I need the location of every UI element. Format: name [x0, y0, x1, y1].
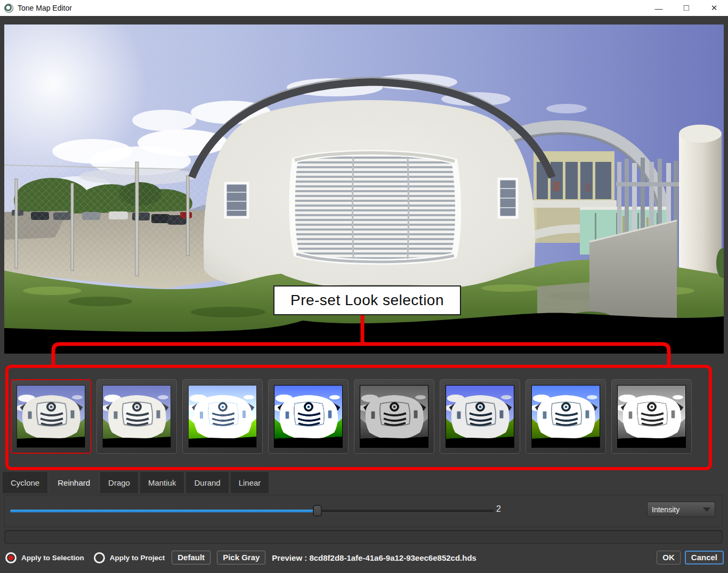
footer-bar: Apply to Selection Apply to Project Defa…: [0, 546, 728, 569]
tab-mantiuk[interactable]: Mantiuk: [140, 472, 184, 493]
ok-button[interactable]: OK: [657, 551, 681, 564]
preset-thumbnail-7[interactable]: [525, 379, 606, 454]
preset-look-image: [617, 385, 686, 448]
titlebar: Tone Map Editor — □ ✕: [0, 0, 728, 16]
preset-look-image: [274, 385, 343, 448]
preset-thumbnail-3[interactable]: [182, 379, 263, 454]
radio-dot: [9, 555, 13, 560]
tab-durand[interactable]: Durand: [186, 472, 228, 493]
preset-look-row: [11, 379, 692, 454]
apply-to-project-label: Apply to Project: [110, 554, 165, 562]
cancel-button[interactable]: Cancel: [685, 551, 724, 564]
tab-reinhard[interactable]: Reinhard: [50, 469, 98, 496]
apply-to-project-radio[interactable]: [94, 552, 105, 563]
tab-drago[interactable]: Drago: [100, 472, 138, 493]
minimize-icon[interactable]: —: [645, 0, 673, 16]
close-icon[interactable]: ✕: [700, 0, 728, 16]
preset-thumbnail-8[interactable]: [611, 379, 692, 454]
app-icon: [4, 4, 13, 13]
preview-filename: Preview : 8cd8f2d8-1afe-41a6-9a12-93eec6…: [272, 553, 476, 562]
annotation-label: Pre-set Look selection: [273, 285, 461, 315]
intensity-value: 2: [496, 504, 501, 514]
parameter-dropdown-value: Intensity: [652, 505, 703, 514]
preset-thumbnail-1[interactable]: [11, 379, 91, 454]
preset-look-image: [446, 385, 514, 448]
window-title: Tone Map Editor: [18, 4, 72, 12]
pick-gray-button[interactable]: Pick Gray: [217, 551, 265, 564]
radio-dot: [97, 555, 102, 560]
tonemap-operator-tabs: Cyclone Reinhard Drago Mantiuk Durand Li…: [3, 469, 269, 496]
intensity-slider-handle[interactable]: [313, 505, 322, 517]
apply-to-selection-label: Apply to Selection: [21, 554, 84, 562]
parameter-dropdown[interactable]: Intensity: [647, 502, 715, 517]
intensity-slider-fill: [10, 510, 318, 512]
default-button[interactable]: Default: [172, 551, 211, 564]
preset-thumbnail-2[interactable]: [96, 379, 177, 454]
preset-thumbnail-5[interactable]: [354, 379, 434, 454]
preset-look-image: [102, 385, 171, 448]
preset-look-image: [17, 385, 85, 448]
parameter-pane: 2 Intensity: [4, 495, 723, 527]
tab-cyclone[interactable]: Cyclone: [3, 472, 47, 493]
chevron-down-icon: [703, 507, 710, 512]
preset-thumbnail-6[interactable]: [440, 379, 520, 454]
apply-to-selection-radio[interactable]: [5, 552, 17, 563]
preset-look-image: [188, 385, 257, 448]
intensity-slider-track[interactable]: [10, 510, 494, 512]
preset-look-image: [531, 385, 600, 448]
tone-map-editor-window: Tone Map Editor — □ ✕: [0, 0, 728, 573]
window-controls: — □ ✕: [645, 0, 728, 16]
tab-linear[interactable]: Linear: [231, 472, 269, 493]
progress-bar: [4, 530, 723, 544]
preset-look-image: [360, 385, 428, 448]
maximize-icon[interactable]: □: [673, 0, 700, 16]
preset-thumbnail-4[interactable]: [268, 379, 349, 454]
